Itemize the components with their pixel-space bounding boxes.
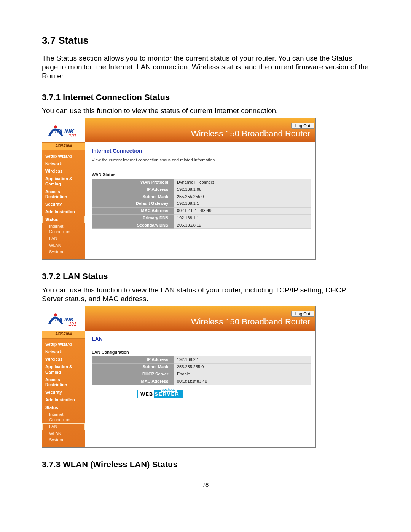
separator bbox=[92, 168, 311, 168]
row-value: 192.168.1.98 bbox=[174, 186, 311, 193]
table-title: LAN Configuration bbox=[92, 350, 311, 355]
webserver-badge: WEBSERVER bbox=[137, 390, 183, 398]
badge-text-b: SERVER bbox=[154, 390, 182, 398]
model-label: AR570W bbox=[42, 142, 85, 150]
row-value: Enable bbox=[174, 371, 311, 378]
row-value: Dynamic IP connect bbox=[174, 179, 311, 186]
section-body-status: The Status section allows you to monitor… bbox=[42, 54, 369, 81]
nav-access-restriction[interactable]: Access Restriction bbox=[42, 376, 85, 389]
nav-sub-internet[interactable]: Internet Connection bbox=[42, 411, 85, 423]
nav-administration[interactable]: Administration bbox=[42, 396, 85, 404]
separator bbox=[92, 346, 311, 346]
nav-setup-wizard[interactable]: Setup Wizard bbox=[42, 153, 85, 160]
row-label: Subnet Mask : bbox=[92, 364, 174, 371]
router-screenshot-internet: IRLINK 101 Log Out Wireless 150 Broadban… bbox=[42, 118, 316, 260]
nav-wireless[interactable]: Wireless bbox=[42, 356, 85, 363]
row-value: 192.168.1.1 bbox=[174, 200, 311, 208]
router-screenshot-lan: IRLINK 101 Log Out Wireless 150 Broadban… bbox=[42, 306, 316, 448]
row-value: 206.13.28.12 bbox=[174, 222, 311, 229]
svg-text:101: 101 bbox=[69, 133, 76, 139]
row-label: Default Gateway : bbox=[92, 200, 174, 208]
brand-logo: IRLINK 101 bbox=[42, 118, 85, 142]
row-value: 00:1F:1F:1F:83:49 bbox=[174, 208, 311, 215]
product-line-title: Wireless 150 Broadband Router bbox=[191, 128, 310, 139]
page-number: 78 bbox=[42, 481, 369, 489]
logout-button[interactable]: Log Out bbox=[291, 311, 314, 317]
row-label: Primary DNS : bbox=[92, 214, 174, 222]
row-label: MAC Address : bbox=[92, 378, 174, 385]
nav-sub-lan[interactable]: LAN bbox=[42, 423, 85, 430]
svg-text:101: 101 bbox=[69, 321, 76, 327]
wan-status-table: WAN Protocol :Dynamic IP connect IP Addr… bbox=[92, 179, 311, 229]
table-title: WAN Status bbox=[92, 172, 311, 177]
nav-status[interactable]: Status bbox=[42, 216, 85, 224]
nav-sub-lan[interactable]: LAN bbox=[42, 235, 85, 242]
subsection-body-371: You can use this function to view the st… bbox=[42, 106, 369, 115]
nav-sub-wlan[interactable]: WLAN bbox=[42, 430, 85, 437]
row-label: IP Address : bbox=[92, 186, 174, 193]
section-heading-status: 3.7 Status bbox=[42, 34, 369, 47]
row-label: WAN Protocol : bbox=[92, 179, 174, 186]
panel-description: View the current internet connection sta… bbox=[92, 158, 311, 163]
row-value: 00:1f:1f:1f:83:48 bbox=[174, 378, 311, 385]
subsection-heading-371: 3.7.1 Internet Connection Status bbox=[42, 92, 369, 103]
row-value: 192.168.2.1 bbox=[174, 356, 311, 363]
model-label: AR570W bbox=[42, 331, 85, 339]
nav-sub-system[interactable]: System bbox=[42, 249, 85, 256]
badge-text-a: WEB bbox=[138, 390, 154, 398]
lan-config-table: IP Address :192.168.2.1 Subnet Mask :255… bbox=[92, 356, 311, 385]
nav-app-gaming[interactable]: Application & Gaming bbox=[42, 363, 85, 376]
nav-status[interactable]: Status bbox=[42, 404, 85, 412]
brand-logo: IRLINK 101 bbox=[42, 306, 85, 331]
nav-network[interactable]: Network bbox=[42, 348, 85, 356]
panel-title: LAN bbox=[92, 336, 311, 343]
row-label: Secondary DNS : bbox=[92, 222, 174, 229]
row-label: Subnet Mask : bbox=[92, 193, 174, 200]
nav-security[interactable]: Security bbox=[42, 201, 85, 208]
subsection-heading-373: 3.7.3 WLAN (Wireless LAN) Status bbox=[42, 459, 369, 470]
row-value: 255.255.255.0 bbox=[174, 193, 311, 200]
row-label: MAC Address : bbox=[92, 208, 174, 215]
panel-title: Internet Connection bbox=[92, 148, 311, 155]
row-value: 255.255.255.0 bbox=[174, 364, 311, 371]
nav-network[interactable]: Network bbox=[42, 160, 85, 168]
nav-security[interactable]: Security bbox=[42, 389, 85, 396]
product-line-title: Wireless 150 Broadband Router bbox=[191, 316, 310, 327]
subsection-body-372: You can use this function to view the LA… bbox=[42, 286, 369, 304]
nav-app-gaming[interactable]: Application & Gaming bbox=[42, 175, 85, 188]
nav-setup-wizard[interactable]: Setup Wizard bbox=[42, 341, 85, 348]
row-value: 192.168.1.1 bbox=[174, 214, 311, 222]
nav-sub-system[interactable]: System bbox=[42, 437, 85, 444]
nav-sub-internet[interactable]: Internet Connection bbox=[42, 223, 85, 235]
row-label: IP Address : bbox=[92, 356, 174, 363]
subsection-heading-372: 3.7.2 LAN Status bbox=[42, 271, 369, 282]
nav-wireless[interactable]: Wireless bbox=[42, 168, 85, 175]
nav-sub-wlan[interactable]: WLAN bbox=[42, 242, 85, 249]
nav-administration[interactable]: Administration bbox=[42, 208, 85, 216]
logout-button[interactable]: Log Out bbox=[291, 123, 314, 129]
nav-access-restriction[interactable]: Access Restriction bbox=[42, 188, 85, 201]
row-label: DHCP Server : bbox=[92, 371, 174, 378]
